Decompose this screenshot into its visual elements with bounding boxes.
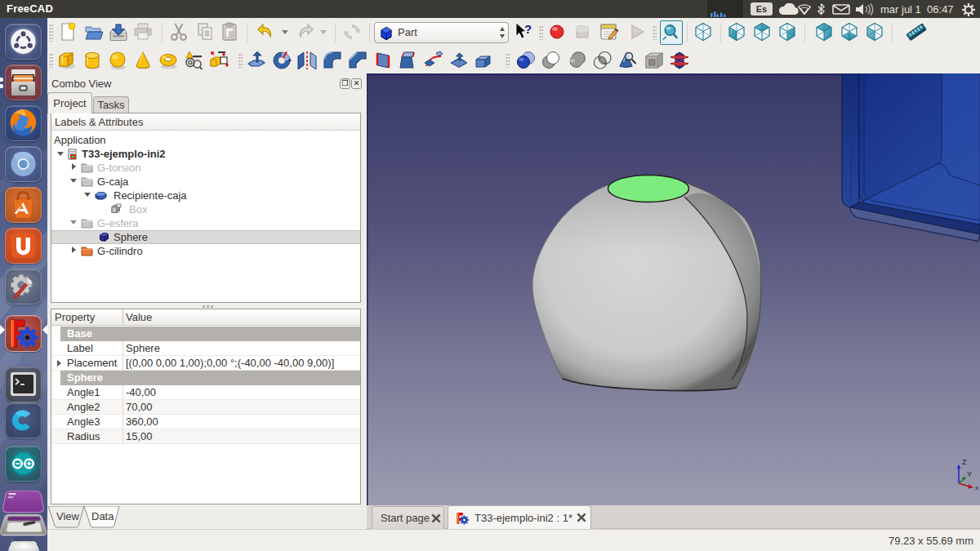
svg-text:x: x: [975, 484, 978, 491]
svg-text:Z: Z: [962, 458, 967, 466]
svg-text:Y: Y: [967, 470, 972, 478]
svg-text:Data: Data: [91, 510, 114, 522]
svg-text:?: ?: [524, 22, 532, 36]
svg-text:View: View: [56, 510, 80, 522]
